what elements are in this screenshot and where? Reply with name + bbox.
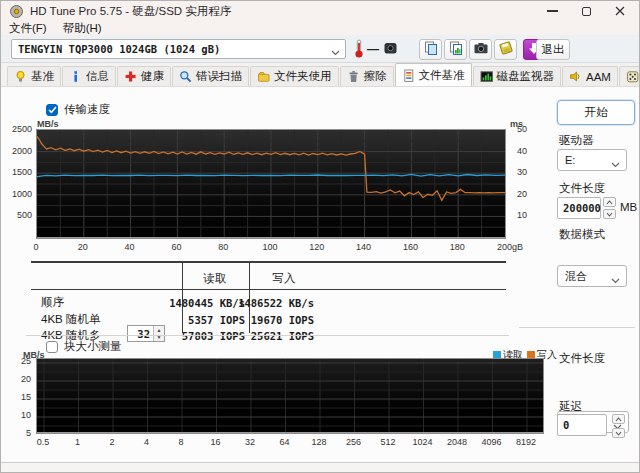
x-tick-label: 80 (208, 242, 238, 252)
x-tick-label: 140 (349, 242, 379, 252)
info-icon (69, 70, 82, 83)
y2-tick-label: 50 (509, 124, 527, 134)
start-button[interactable]: 开始 (557, 100, 635, 125)
y-axis-unit: MB/s (37, 119, 59, 129)
status-bar (1, 462, 639, 473)
4kb-single-write-value: 19670 IOPS (224, 314, 314, 326)
queue-depth-value: 32 (128, 326, 153, 341)
row-label-4kb-single: 4KB 随机单 (41, 312, 100, 327)
transfer-speed-label: 传输速度 (64, 102, 110, 117)
x-tick-label: 0 (21, 242, 51, 252)
tab-disk-monitor[interactable]: 磁盘监视器 (473, 66, 562, 86)
section-divider (26, 335, 509, 336)
copy-results-icon (448, 40, 464, 59)
temperature-settings-icon[interactable] (383, 40, 398, 59)
spinner-down-icon[interactable] (603, 209, 616, 219)
col-header-read: 读取 (183, 271, 247, 286)
tab-benchmark[interactable]: 基准 (7, 66, 61, 86)
col-header-write: 写入 (251, 271, 317, 286)
close-button[interactable] (603, 1, 637, 21)
tab-error-scan[interactable]: 错误扫描 (172, 66, 249, 86)
file-length-spinner[interactable] (603, 197, 616, 219)
spinner-up-icon[interactable] (612, 414, 625, 424)
chevron-down-icon (331, 46, 340, 58)
title-bar: HD Tune Pro 5.75 - 硬盘/SSD 实用程序 (1, 1, 639, 21)
latency-input[interactable]: 0 (557, 414, 607, 436)
tab-folder-usage[interactable]: 文件夹使用 (250, 66, 339, 86)
4kb-multi-write-value: 25621 IOPS (224, 330, 314, 342)
copy-button[interactable] (419, 39, 442, 60)
x-tick-label: 160 (395, 242, 425, 252)
x-tick-label: 2048 (440, 437, 474, 447)
y-tick-label: 5 (9, 428, 31, 438)
save-button[interactable] (494, 39, 517, 60)
random-access-icon (626, 70, 639, 83)
file-length-input[interactable]: 200000 (557, 197, 601, 219)
latency-value: 0 (563, 419, 569, 431)
x-tick-label: 8192 (509, 437, 543, 447)
drive-dropdown[interactable]: E: (557, 149, 627, 171)
aam-icon (569, 70, 582, 83)
spinner-up-icon[interactable] (603, 197, 616, 207)
data-mode-dropdown[interactable]: 混合 (557, 265, 627, 287)
tab-erase[interactable]: 擦除 (340, 66, 394, 86)
app-icon (9, 4, 24, 19)
tab-info[interactable]: 信息 (62, 66, 116, 86)
tab-aam[interactable]: AAM (562, 66, 618, 86)
drive-label: 驱动器 (559, 133, 594, 148)
maximize-button[interactable] (569, 1, 603, 21)
latency-spinner[interactable] (612, 414, 625, 438)
benchmark-icon (14, 70, 27, 83)
x-tick-label: 512 (371, 437, 405, 447)
file-length-unit: MB (620, 201, 637, 213)
y-tick-label: 25 (9, 356, 31, 366)
error-scan-icon (179, 70, 192, 83)
erase-icon (347, 70, 360, 83)
tab-label: 文件基准 (419, 68, 465, 83)
tab-label: 健康 (141, 69, 164, 84)
copy-results-button[interactable] (444, 39, 467, 60)
menu-bar: 文件(F) 帮助(H) (1, 21, 639, 35)
block-size-checkbox[interactable]: 块大小测量 (46, 339, 122, 354)
x-tick-label: 1024 (406, 437, 440, 447)
tab-label: 信息 (86, 69, 109, 84)
y-tick-label: 15 (9, 392, 31, 402)
panel-divider (519, 327, 635, 328)
data-mode-value: 混合 (565, 269, 587, 284)
health-icon (124, 70, 137, 83)
x-tick-label: 2 (95, 437, 129, 447)
y-tick-label: 10 (9, 410, 31, 420)
block-size-label: 块大小测量 (64, 339, 122, 354)
tab-label: 基准 (31, 69, 54, 84)
tab-file-benchmark[interactable]: 文件基准 (395, 63, 472, 86)
y-tick-label: 1500 (5, 167, 32, 177)
menu-help[interactable]: 帮助(H) (55, 21, 110, 35)
file-length2-label: 文件长度 (559, 351, 605, 366)
y2-tick-label: 10 (509, 210, 527, 220)
tab-health[interactable]: 健康 (117, 66, 171, 86)
x-tick-label: 40 (115, 242, 145, 252)
tab-random-access[interactable]: 随机访问 (619, 66, 640, 86)
checkbox-unchecked-icon (46, 341, 58, 353)
y2-tick-label: 30 (509, 167, 527, 177)
chevron-down-icon (611, 274, 620, 286)
save-icon (498, 40, 514, 59)
disk-monitor-icon (480, 70, 493, 83)
transfer-speed-checkbox[interactable]: 传输速度 (46, 102, 110, 117)
menu-file[interactable]: 文件(F) (1, 21, 55, 35)
y-tick-label: 2000 (5, 146, 32, 156)
y-tick-label: 1000 (5, 189, 32, 199)
x-tick-label: 60 (161, 242, 191, 252)
exit-button[interactable]: 退出 (536, 39, 570, 60)
minimize-button[interactable] (535, 1, 569, 21)
x-tick-label: 16 (199, 437, 233, 447)
x-tick-label: 100 (255, 242, 285, 252)
spinner-down-icon[interactable] (612, 428, 625, 438)
drive-select-dropdown[interactable]: TENGYIN TQP3000 1024GB (1024 gB) (11, 39, 346, 59)
y2-tick-label: 40 (509, 146, 527, 156)
screenshot-button[interactable] (469, 39, 492, 60)
temperature-value: — (367, 42, 379, 56)
tab-label: 磁盘监视器 (497, 69, 555, 84)
folder-usage-icon (257, 70, 270, 83)
x-tick-label: 8 (164, 437, 198, 447)
